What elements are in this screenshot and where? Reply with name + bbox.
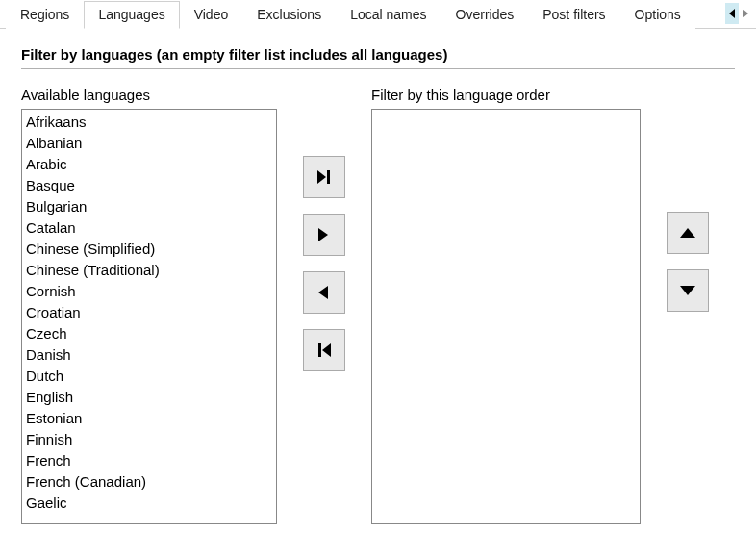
- tab-scroll-left-button[interactable]: [725, 3, 739, 24]
- list-item[interactable]: Chinese (Simplified): [26, 239, 272, 260]
- triangle-left-icon: [318, 286, 330, 299]
- list-item[interactable]: Albanian: [26, 133, 272, 154]
- triangle-up-icon: [680, 228, 695, 238]
- available-label: Available languages: [21, 87, 277, 103]
- move-all-right-button[interactable]: [303, 156, 345, 198]
- tab-overrides[interactable]: Overrides: [441, 1, 529, 29]
- list-item[interactable]: Dutch: [26, 366, 272, 387]
- svg-marker-2: [317, 170, 326, 184]
- list-item[interactable]: French (Canadian): [26, 471, 272, 493]
- move-up-button[interactable]: [667, 212, 709, 254]
- move-right-button[interactable]: [303, 214, 345, 256]
- tabstrip: RegionsLanguagesVideoExclusionsLocal nam…: [0, 0, 756, 29]
- tab-languages[interactable]: Languages: [84, 1, 179, 29]
- svg-marker-9: [680, 286, 695, 295]
- tab-scroll-nav: [725, 3, 752, 24]
- list-item[interactable]: English: [26, 387, 272, 408]
- svg-marker-4: [318, 228, 328, 241]
- filter-column: Filter by this language order: [371, 87, 641, 524]
- available-languages-listbox[interactable]: AfrikaansAlbanianArabicBasqueBulgarianCa…: [21, 109, 277, 524]
- tab-scroll-right-button[interactable]: [739, 3, 752, 24]
- tab-post-filters[interactable]: Post filters: [528, 1, 619, 29]
- tab-video[interactable]: Video: [180, 1, 243, 29]
- list-item[interactable]: Bulgarian: [26, 196, 272, 217]
- list-item[interactable]: Czech: [26, 323, 272, 344]
- list-item[interactable]: Basque: [26, 175, 272, 196]
- svg-marker-8: [680, 228, 695, 238]
- list-item[interactable]: Estonian: [26, 408, 272, 429]
- list-item[interactable]: Croatian: [26, 302, 272, 323]
- svg-rect-3: [327, 170, 330, 184]
- triangle-down-icon: [680, 286, 695, 295]
- tab-regions[interactable]: Regions: [6, 1, 84, 29]
- svg-rect-6: [318, 343, 321, 357]
- move-left-button[interactable]: [303, 271, 345, 314]
- list-item[interactable]: Danish: [26, 344, 272, 366]
- filter-languages-listbox[interactable]: [371, 109, 641, 524]
- panel-title: Filter by languages (an empty filter lis…: [21, 46, 735, 69]
- svg-marker-7: [322, 343, 331, 357]
- list-item[interactable]: Chinese (Traditional): [26, 260, 272, 281]
- available-column: Available languages AfrikaansAlbanianAra…: [21, 87, 277, 524]
- filter-label: Filter by this language order: [371, 87, 641, 103]
- list-item[interactable]: Catalan: [26, 217, 272, 239]
- tab-local-names[interactable]: Local names: [336, 1, 441, 29]
- reorder-buttons-column: [664, 87, 712, 524]
- tab-options[interactable]: Options: [620, 1, 695, 29]
- skip-backward-icon: [317, 343, 331, 357]
- list-item[interactable]: French: [26, 450, 272, 471]
- skip-forward-icon: [317, 170, 331, 184]
- list-item[interactable]: Gaelic: [26, 493, 272, 514]
- columns: Available languages AfrikaansAlbanianAra…: [21, 87, 735, 524]
- list-item[interactable]: Cornish: [26, 281, 272, 302]
- svg-marker-5: [318, 286, 328, 299]
- list-item[interactable]: Arabic: [26, 154, 272, 175]
- svg-marker-1: [743, 9, 748, 18]
- languages-panel: Filter by languages (an empty filter lis…: [0, 29, 756, 534]
- transfer-buttons-column: [300, 87, 348, 524]
- move-down-button[interactable]: [667, 269, 709, 312]
- list-item[interactable]: Afrikaans: [26, 112, 272, 133]
- svg-marker-0: [729, 9, 735, 18]
- tab-exclusions[interactable]: Exclusions: [242, 1, 336, 29]
- list-item[interactable]: Finnish: [26, 429, 272, 450]
- move-all-left-button[interactable]: [303, 329, 345, 371]
- triangle-right-icon: [318, 228, 330, 241]
